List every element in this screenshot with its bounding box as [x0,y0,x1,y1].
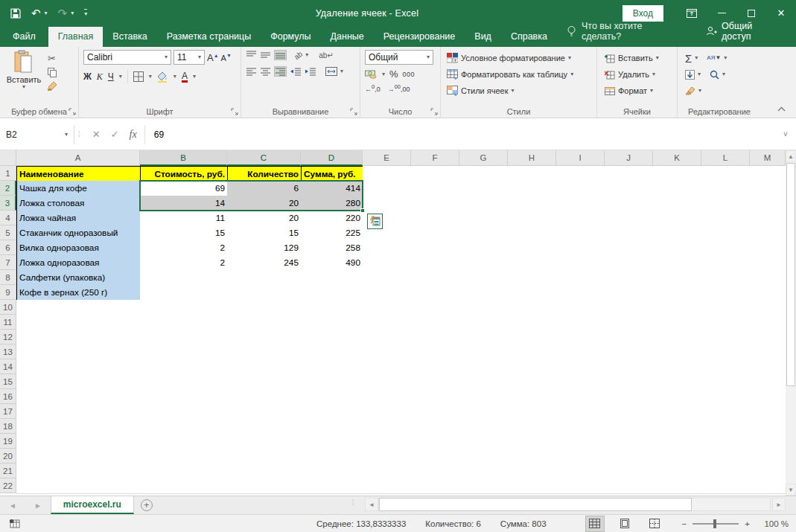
cell-H16[interactable] [508,389,557,405]
cell-C6[interactable]: 129 [227,240,302,256]
align-middle-icon[interactable] [260,51,271,60]
cell-E8[interactable] [363,270,412,286]
bold-button[interactable]: Ж [83,71,92,82]
cell-E7[interactable] [363,255,412,271]
row-header-19[interactable]: 19 [0,434,16,449]
cell-D15[interactable] [301,374,363,390]
cell-H1[interactable] [508,166,557,182]
currency-icon[interactable] [365,70,378,79]
cell-H15[interactable] [508,374,557,390]
cell-F8[interactable] [411,270,460,286]
cell-M16[interactable] [750,389,786,405]
cell-B5[interactable]: 15 [140,225,228,241]
cell-F12[interactable] [411,330,460,345]
row-header-7[interactable]: 7 [0,255,16,270]
cell-L14[interactable] [701,359,751,375]
cell-B10[interactable] [140,300,228,315]
italic-button[interactable]: К [97,71,103,83]
insert-options-button[interactable] [367,214,383,229]
cell-A12[interactable] [16,330,141,345]
cell-J20[interactable] [605,449,654,464]
cell-H4[interactable] [508,211,557,226]
delete-cells-button[interactable]: Удалить▾ [605,66,672,83]
cell-I9[interactable] [556,285,605,301]
cell-D6[interactable]: 258 [301,240,363,256]
macro-record-icon[interactable] [0,519,20,528]
cell-L22[interactable] [701,478,751,494]
cell-A16[interactable] [16,389,141,405]
cell-D19[interactable] [301,434,363,449]
cell-F19[interactable] [411,434,460,449]
row-header-12[interactable]: 12 [0,330,16,344]
cell-B16[interactable] [140,389,228,405]
cell-E19[interactable] [363,434,412,449]
wrap-text-icon[interactable]: ab↵ [319,51,334,60]
zoom-out-icon[interactable]: − [682,519,687,528]
cell-J16[interactable] [605,389,654,405]
row-header-11[interactable]: 11 [0,315,16,330]
cell-A21[interactable] [16,464,141,479]
cell-I5[interactable] [556,225,605,241]
align-bottom-icon[interactable] [274,50,287,60]
find-select-icon[interactable] [710,70,719,80]
cell-C5[interactable]: 15 [227,225,302,241]
cell-F22[interactable] [411,478,460,494]
row-header-15[interactable]: 15 [0,374,16,389]
cell-K8[interactable] [653,270,702,286]
cell-A13[interactable] [16,344,141,360]
column-header-F[interactable]: F [411,150,459,166]
cell-L5[interactable] [701,225,751,241]
cell-M17[interactable] [750,404,786,420]
cell-F21[interactable] [411,464,460,479]
cell-L16[interactable] [701,389,751,405]
cell-K14[interactable] [653,359,702,375]
cell-J10[interactable] [605,300,654,315]
undo-icon[interactable]: ↶ [31,7,41,19]
cell-J12[interactable] [605,330,654,345]
align-top-icon[interactable] [246,51,257,60]
cell-L21[interactable] [701,464,751,479]
customize-qat-icon[interactable]: ▾ [84,9,87,17]
cell-J18[interactable] [605,419,654,435]
cell-H21[interactable] [508,464,557,479]
scroll-up-icon[interactable]: ▲ [786,150,796,162]
cell-F10[interactable] [411,300,460,315]
cell-C21[interactable] [227,464,302,479]
scroll-down-icon[interactable]: ▼ [786,484,796,496]
fill-color-icon[interactable] [157,71,168,83]
cell-M11[interactable] [750,315,786,330]
orientation-icon[interactable]: ab [293,49,305,61]
expand-formula-bar-icon[interactable]: ˅ [775,130,796,138]
cell-L18[interactable] [701,419,751,435]
cell-J1[interactable] [605,166,654,182]
cell-G22[interactable] [459,478,509,494]
row-header-4[interactable]: 4 [0,211,16,225]
format-as-table-button[interactable]: Форматировать как таблицу▾ [447,66,592,83]
cell-C2[interactable]: 6 [227,181,302,196]
cell-C13[interactable] [227,344,302,360]
conditional-formatting-button[interactable]: ₹ Условное форматирование▾ [447,50,592,66]
cell-C22[interactable] [227,478,302,494]
fill-handle[interactable] [360,208,365,213]
cell-E15[interactable] [363,374,412,390]
align-center-icon[interactable] [260,67,271,76]
tab-help[interactable]: Справка [501,27,557,47]
cell-I3[interactable] [556,196,605,211]
cut-icon[interactable]: ✂ [48,53,57,64]
cell-F5[interactable] [411,225,460,241]
cell-D10[interactable] [301,300,363,315]
cell-I4[interactable] [556,211,605,226]
cell-K11[interactable] [653,315,702,330]
new-sheet-button[interactable]: + [134,496,159,514]
cell-I1[interactable] [556,166,605,182]
cell-C20[interactable] [227,449,302,464]
cell-L3[interactable] [701,196,751,211]
cell-M6[interactable] [750,240,786,256]
cell-H22[interactable] [508,478,557,494]
cell-J11[interactable] [605,315,654,330]
cell-H11[interactable] [508,315,557,330]
cell-K5[interactable] [653,225,702,241]
sheet-next-icon[interactable]: ► [25,496,51,514]
sheet-tab-microexcel[interactable]: microexcel.ru [51,496,134,514]
cell-K7[interactable] [653,255,702,271]
